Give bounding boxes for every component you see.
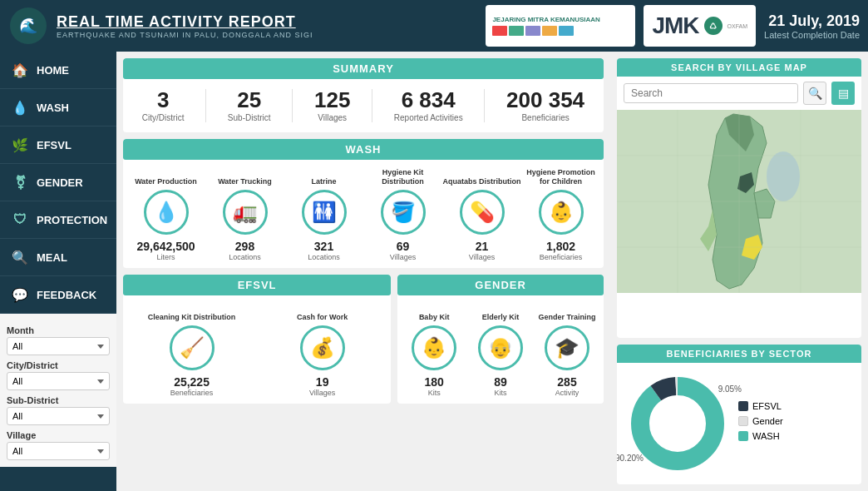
wash-icon-water-trucking: 🚛 [223, 190, 268, 235]
efsvl-section: EFSVL Cleaning Kit Distribution 🧹 25,225… [123, 275, 391, 404]
efsvl-label-cleaning-kit: Cleaning Kit Distribution [126, 302, 257, 325]
sidebar-item-efsvl[interactable]: 🌿 EFSVL [0, 126, 116, 164]
efsvl-label-cash-for-work: Cash for Work [257, 302, 387, 325]
efsvl-icon: 🌿 [10, 135, 30, 155]
stat-villages-value: 125 [314, 89, 350, 111]
efsvl-icon-cleaning-kit: 🧹 [170, 325, 215, 370]
beneficiaries-content: 90.20% 9.05% EFSVL Gender WASH [617, 363, 861, 484]
report-date: 21 July, 2019 [764, 12, 860, 30]
date-subtitle: Latest Completion Date [764, 30, 860, 40]
wash-icon-aquatabs: 💊 [460, 190, 505, 235]
header-subtitle: EARTHQUAKE AND TSUNAMI IN PALU, DONGGALA… [57, 31, 477, 39]
map-container [617, 110, 861, 293]
efsvl-header: EFSVL [123, 275, 391, 295]
efsvl-value-cash-for-work: 19 [257, 375, 387, 389]
wash-item-hygiene-promo: Hygiene Promotion for Children 👶 1,802 B… [521, 166, 600, 261]
divider-3 [372, 89, 372, 122]
filter-city-label: City/District [7, 360, 110, 370]
legend-item-efsvl: EFSVL [738, 401, 855, 411]
sidebar-item-feedback[interactable]: 💬 FEEDBACK [0, 276, 116, 314]
stat-villages: 125 Villages [314, 89, 350, 122]
beneficiaries-header: BENEFICIARIES BY SECTOR [617, 345, 861, 363]
legend: EFSVL Gender WASH [738, 401, 855, 446]
right-panel: SEARCH BY VILLAGE MAP 🔍 ▤ [610, 52, 868, 491]
summary-stats: 3 City/District 25 Sub-District 125 Vill… [123, 79, 604, 132]
gender-unit-elderly-kit: Kits [467, 389, 534, 397]
wash-icon-hygiene-kit: 🪣 [381, 190, 426, 235]
stat-beneficiaries-value: 200 354 [506, 89, 584, 111]
filter-month-select[interactable]: All [7, 337, 110, 355]
summary-section: SUMMARY 3 City/District 25 Sub-District … [123, 58, 604, 132]
stat-activities-value: 6 834 [394, 89, 463, 111]
map-filter-button[interactable]: ▤ [831, 82, 855, 105]
map-search-bar: 🔍 ▤ [617, 77, 861, 110]
wash-label-hygiene-promo: Hygiene Promotion for Children [521, 166, 600, 190]
gender-label-gender-training: Gender Training [534, 302, 600, 325]
wash-unit-water-production: Liters [126, 253, 205, 261]
filter-city-select[interactable]: All [7, 372, 110, 390]
legend-item-gender: Gender [738, 416, 855, 426]
gender-icon-baby-kit: 👶 [412, 325, 456, 370]
sidebar-item-label-meal: MEAL [37, 251, 67, 264]
legend-label-efsvl: EFSVL [752, 401, 782, 411]
stat-beneficiaries-label: Beneficiaries [506, 113, 584, 122]
gender-unit-baby-kit: Kits [401, 389, 467, 397]
filter-village-select[interactable]: All [7, 442, 110, 460]
date-block: 21 July, 2019 Latest Completion Date [764, 12, 860, 40]
wash-icon-water-production: 💧 [144, 190, 189, 235]
bottom-row: EFSVL Cleaning Kit Distribution 🧹 25,225… [123, 275, 604, 404]
legend-item-wash: WASH [738, 431, 855, 441]
gender-item-gender-training: Gender Training 🎓 285 Activity [534, 302, 600, 397]
wash-label-water-production: Water Production [126, 166, 205, 190]
wash-unit-latrine: Locations [284, 253, 363, 261]
sidebar-item-label-home: HOME [37, 64, 69, 77]
stat-subdistrict-value: 25 [228, 89, 271, 111]
wash-label-aquatabs: Aquatabs Distribution [442, 166, 521, 190]
sidebar-item-gender[interactable]: ⚧ GENDER [0, 164, 116, 201]
efsvl-item-cash-for-work: Cash for Work 💰 19 Villages [257, 302, 387, 397]
wash-item-hygiene-kit: Hygiene Kit Distribution 🪣 69 Villages [363, 166, 442, 261]
map-svg [617, 110, 861, 293]
efsvl-unit-cleaning-kit: Beneficiaries [126, 389, 257, 397]
jmk-letters: JMK [652, 12, 698, 39]
oxfam-label: OXFAM [727, 23, 748, 29]
svg-point-9 [767, 151, 800, 201]
legend-dot-wash [738, 431, 748, 441]
wash-value-hygiene-kit: 69 [363, 240, 442, 253]
wash-icon: 💧 [10, 97, 30, 117]
header-logo: 🌊 [8, 6, 48, 46]
gender-header: GENDER [397, 275, 604, 295]
legend-label-gender: Gender [752, 416, 783, 426]
gender-item-baby-kit: Baby Kit 👶 180 Kits [401, 302, 467, 397]
sidebar-item-meal[interactable]: 🔍 MEAL [0, 239, 116, 276]
sidebar-item-home[interactable]: 🏠 HOME [0, 52, 116, 89]
sidebar-item-protection[interactable]: 🛡 PROTECTION [0, 201, 116, 239]
legend-dot-efsvl [738, 401, 748, 411]
stat-city: 3 City/District [142, 89, 185, 122]
search-button[interactable]: 🔍 [803, 82, 826, 105]
wash-value-hygiene-promo: 1,802 [521, 240, 600, 253]
wash-unit-water-trucking: Locations [205, 253, 284, 261]
efsvl-item-cleaning-kit: Cleaning Kit Distribution 🧹 25,225 Benef… [126, 302, 257, 397]
wash-unit-aquatabs: Villages [442, 253, 521, 261]
stat-activities-label: Reported Activities [394, 113, 463, 122]
sidebar-item-wash[interactable]: 💧 WASH [0, 89, 116, 126]
svg-text:🌊: 🌊 [19, 17, 38, 35]
gender-icon-gender-training: 🎓 [545, 325, 589, 370]
jmk-logo: JMK ♺ OXFAM [644, 5, 756, 47]
map-section: SEARCH BY VILLAGE MAP 🔍 ▤ [617, 58, 861, 338]
search-input[interactable] [624, 83, 798, 103]
filter-subdistrict-select[interactable]: All [7, 407, 110, 425]
gender-unit-gender-training: Activity [534, 389, 600, 397]
gender-item-elderly-kit: Elderly Kit 👴 89 Kits [467, 302, 534, 397]
stat-subdistrict: 25 Sub-District [228, 89, 271, 122]
wash-value-water-production: 29,642,500 [126, 240, 205, 253]
map-header: SEARCH BY VILLAGE MAP [617, 58, 861, 77]
stat-villages-label: Villages [314, 113, 350, 122]
wash-header: WASH [123, 139, 604, 160]
filter-month-label: Month [7, 325, 110, 335]
wash-section: WASH Water Production 💧 29,642,500 Liter… [123, 139, 604, 268]
divider-4 [484, 89, 485, 122]
gender-icon-elderly-kit: 👴 [478, 325, 523, 370]
stat-subdistrict-label: Sub-District [228, 113, 271, 122]
